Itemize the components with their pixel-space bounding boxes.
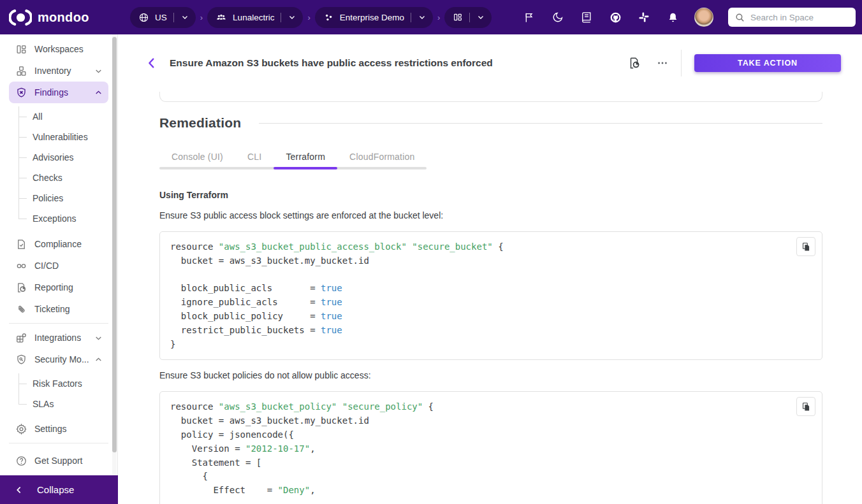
tab-cli[interactable]: CLI [235,147,274,167]
sidebar-item-inventory[interactable]: Inventory [9,60,108,82]
tree-elbow [18,157,27,158]
top-navbar: mondoo US › Lunalectric [0,0,862,34]
sidebar-item-get-support[interactable]: Get Support [9,450,108,472]
report-icon[interactable] [626,55,643,71]
help-icon [15,455,27,467]
mondoo-logo-icon [9,9,32,26]
workspaces-icon [453,12,463,22]
org-selector[interactable]: Lunalectric [207,7,303,28]
mondoo-logo[interactable]: mondoo [9,9,103,26]
sidebar-item-label: CI/CD [34,261,59,271]
breadcrumb-separator: › [200,13,203,22]
cicd-icon [15,260,27,272]
take-action-button[interactable]: TAKE ACTION [694,54,841,72]
sidebar-item-workspaces[interactable]: Workspaces [9,38,108,60]
sidebar-item-integrations[interactable]: Integrations [9,327,108,349]
chevron-down-icon[interactable] [288,13,296,22]
sidebar: Workspaces Inventory Fin [0,34,118,504]
topbar-actions [522,8,856,27]
docs-icon[interactable] [580,10,594,24]
terraform-code-block-2: resource "aws_s3_bucket_policy" "secure_… [159,391,822,504]
sidebar-item-findings[interactable]: Findings [9,82,108,103]
sidebar-item-risk-factors[interactable]: Risk Factors [18,373,108,394]
chevron-down-icon[interactable] [418,13,427,22]
collapse-label: Collapse [37,484,74,495]
notifications-icon[interactable] [666,10,680,24]
space-selector[interactable]: Enterprise Demo [315,7,433,28]
sidebar-item-vulnerabilities[interactable]: Vulnerabilities [18,127,108,147]
header-divider [681,50,682,76]
tab-console-ui[interactable]: Console (UI) [159,147,235,167]
workspace-selector[interactable] [444,7,492,28]
previous-section-card [159,92,822,102]
code-lines: resource "aws_s3_bucket_public_access_bl… [170,240,790,351]
user-avatar[interactable] [694,8,713,27]
breadcrumb: US › Lunalectric › [130,7,492,28]
search-input[interactable] [750,13,846,22]
sidebar-divider [9,443,108,443]
sidebar-item-checks[interactable]: Checks [18,168,108,188]
sidebar-item-settings[interactable]: Settings [9,418,108,440]
sidebar-item-security-model[interactable]: Security Mo... [9,349,108,370]
sidebar-item-reporting[interactable]: Reporting [9,277,108,298]
tree-elbow [18,384,27,384]
sidebar-divider [9,323,108,324]
chevron-down-icon [94,66,103,76]
sidebar-subitem-label: All [33,112,43,122]
workspaces-icon [15,43,27,55]
back-button[interactable] [145,56,159,70]
tree-elbow [18,178,27,178]
inventory-icon [15,65,27,77]
sidebar-item-label: Integrations [34,333,81,343]
sidebar-item-label: Get Support [34,456,83,466]
code-lines: resource "aws_s3_bucket_policy" "secure_… [170,400,790,498]
active-tab-indicator [274,167,337,169]
slack-icon[interactable] [637,10,651,24]
sidebar-scrollbar[interactable] [112,34,117,475]
compliance-icon [15,238,27,250]
settings-icon [15,423,27,435]
sidebar-item-compliance[interactable]: Compliance [9,233,108,255]
flag-icon[interactable] [522,10,536,24]
tree-elbow [18,198,27,199]
sidebar-item-cicd[interactable]: CI/CD [9,255,108,277]
sidebar-subitem-label: Risk Factors [33,378,82,389]
tab-cloudformation[interactable]: CloudFormation [337,147,427,167]
sidebar-item-ticketing[interactable]: Ticketing [9,298,108,320]
security-model-children: Risk Factors SLAs [18,373,108,414]
chevron-down-icon[interactable] [180,13,189,22]
using-terraform-heading: Using Terraform [159,190,822,200]
scrollbar-thumb[interactable] [112,37,117,452]
copy-code-button[interactable] [796,237,815,256]
main-content: Ensure Amazon S3 buckets have public acc… [118,34,862,504]
sidebar-item-all[interactable]: All [18,106,108,127]
tree-elbow [18,404,27,405]
region-selector[interactable]: US [130,7,196,28]
sidebar-item-policies[interactable]: Policies [18,188,108,208]
collapse-sidebar-button[interactable]: Collapse [0,475,118,504]
scroll-content: Remediation Console (UI) CLI Terraform C… [118,92,862,504]
remediation-section-header: Remediation [159,113,822,133]
remediation-tabs: Console (UI) CLI Terraform CloudFormatio… [159,147,427,169]
remediation-intro-1: Ensure S3 public access block settings a… [159,210,822,220]
pill-divider [469,13,470,22]
org-label: Lunalectric [233,13,274,22]
sidebar-item-slas[interactable]: SLAs [18,394,108,414]
page-header: Ensure Amazon S3 buckets have public acc… [118,34,862,92]
sidebar-item-advisories[interactable]: Advisories [18,147,108,168]
more-options-icon[interactable] [654,55,671,71]
sidebar-item-exceptions[interactable]: Exceptions [18,208,108,229]
terraform-code-block-1: resource "aws_s3_bucket_public_access_bl… [159,231,822,360]
pill-divider [281,13,281,22]
page-title: Ensure Amazon S3 buckets have public acc… [170,57,493,69]
sidebar-subitem-label: Vulnerabilities [33,132,88,142]
sidebar-subitem-label: Checks [33,173,62,183]
chevron-down-icon[interactable] [476,13,485,22]
sidebar-subitem-label: Exceptions [33,213,76,224]
tab-terraform[interactable]: Terraform [274,147,337,167]
findings-children: All Vulnerabilities Advisories Checks Po… [18,106,108,229]
github-icon[interactable] [608,10,622,24]
copy-code-button[interactable] [796,397,815,416]
dark-mode-icon[interactable] [551,10,565,24]
sidebar-item-label: Findings [34,87,68,97]
